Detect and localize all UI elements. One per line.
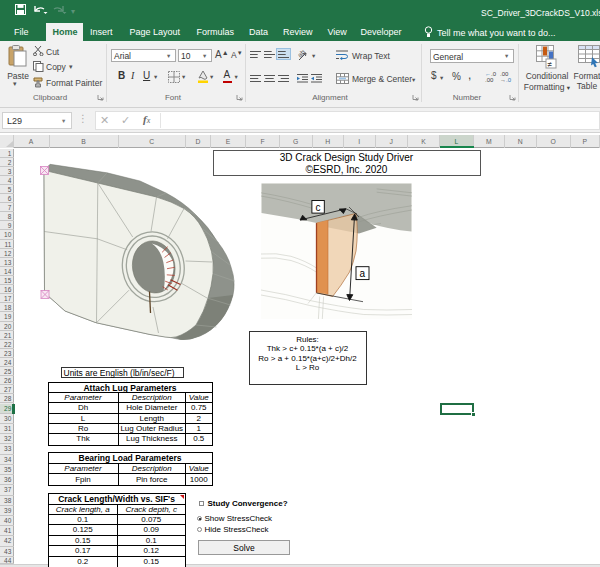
svg-text:ab: ab: [298, 49, 307, 59]
svg-text:a: a: [360, 268, 366, 279]
svg-text:≠: ≠: [548, 60, 553, 69]
svg-text:c: c: [316, 201, 321, 212]
